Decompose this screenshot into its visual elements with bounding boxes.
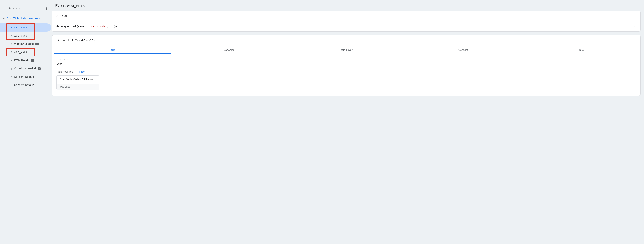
event-number: 5 xyxy=(8,51,12,54)
event-list: 8 web_vitals 7 web_vitals 6 Window Loade… xyxy=(0,23,51,89)
event-label: web_vitals xyxy=(14,51,27,54)
code-suffix: , ...}) xyxy=(107,25,117,28)
api-call-title: API Call xyxy=(56,14,68,18)
event-number: 1 xyxy=(8,84,12,87)
event-label: web_vitals xyxy=(14,26,27,29)
code-string: "web_vitals" xyxy=(90,25,107,28)
event-group-highlight-1: 8 web_vitals 7 web_vitals xyxy=(0,23,51,40)
output-header: Output of GTM-PMZ5VPR ? xyxy=(52,35,640,46)
help-icon[interactable]: ? xyxy=(94,39,98,42)
tab-consent[interactable]: Consent xyxy=(405,46,522,54)
output-card: Output of GTM-PMZ5VPR ? Tags Variables D… xyxy=(52,35,640,96)
event-label: Window Loaded xyxy=(14,42,34,46)
delete-sweep-icon[interactable] xyxy=(45,7,49,11)
event-item[interactable]: 4 DOM Ready xyxy=(0,56,51,65)
event-item[interactable]: 6 Window Loaded xyxy=(0,40,51,48)
event-item[interactable]: 8 web_vitals xyxy=(0,23,51,32)
event-number: 8 xyxy=(8,26,12,29)
event-number: 2 xyxy=(8,76,12,78)
tab-errors[interactable]: Errors xyxy=(522,46,639,54)
event-label: Container Loaded xyxy=(14,67,36,70)
api-call-body[interactable]: dataLayer.push({event: "web_vitals", ...… xyxy=(52,21,640,31)
code-badge-icon xyxy=(38,67,41,70)
event-item[interactable]: 5 web_vitals xyxy=(0,48,51,56)
code-badge-icon xyxy=(36,43,38,45)
chevron-down-icon[interactable] xyxy=(632,25,636,28)
event-number: 4 xyxy=(8,59,12,62)
hide-link[interactable]: Hide xyxy=(80,70,85,73)
event-label: Consent Update xyxy=(14,75,34,78)
event-group-highlight-2: 5 web_vitals xyxy=(0,48,51,56)
code-badge-icon xyxy=(31,59,34,62)
group-title: Core Web Vitals measurem… xyxy=(6,17,43,20)
tags-not-fired-label: Tags Not Fired xyxy=(56,70,73,73)
tag-name: Core Web Vitals - All Pages xyxy=(56,76,99,84)
tag-card[interactable]: Core Web Vitals - All Pages Web Vitals xyxy=(56,76,99,90)
event-number: 6 xyxy=(8,43,12,46)
tab-tags[interactable]: Tags xyxy=(54,46,170,54)
event-title: Event: web_vitals xyxy=(55,4,640,8)
tab-variables[interactable]: Variables xyxy=(170,46,288,54)
event-item[interactable]: 7 web_vitals xyxy=(0,32,51,40)
event-label: DOM Ready xyxy=(14,59,29,62)
event-item[interactable]: 2 Consent Update xyxy=(0,73,51,81)
summary-label: Summary xyxy=(8,7,20,10)
output-tabs: Tags Variables Data Layer Consent Errors xyxy=(52,46,640,54)
code-prefix: dataLayer.push({event: xyxy=(56,25,90,28)
chevron-down-icon xyxy=(3,18,5,19)
api-call-header: API Call xyxy=(52,11,640,21)
event-number: 3 xyxy=(8,67,12,70)
api-call-code: dataLayer.push({event: "web_vitals", ...… xyxy=(56,25,117,28)
output-header-prefix: Output of xyxy=(56,39,69,42)
main: Event: web_vitals API Call dataLayer.pus… xyxy=(51,0,644,103)
sidebar: Summary Core Web Vitals measurem… 8 web_… xyxy=(0,0,51,103)
event-item[interactable]: 1 Consent Default xyxy=(0,81,51,89)
tab-data-layer[interactable]: Data Layer xyxy=(288,46,405,54)
container-id: GTM-PMZ5VPR xyxy=(70,39,93,42)
tags-fired-value: None xyxy=(56,63,636,65)
api-call-card: API Call dataLayer.push({event: "web_vit… xyxy=(52,11,640,32)
output-body: Tags Fired None Tags Not Fired Hide Core… xyxy=(52,54,640,96)
tag-type: Web Vitals xyxy=(56,84,99,90)
event-label: web_vitals xyxy=(14,34,27,37)
event-number: 7 xyxy=(8,34,12,37)
summary-row[interactable]: Summary xyxy=(0,5,51,12)
event-item[interactable]: 3 Container Loaded xyxy=(0,65,51,73)
event-label: Consent Default xyxy=(14,84,34,87)
tags-fired-label: Tags Fired xyxy=(56,58,636,61)
summary-group[interactable]: Core Web Vitals measurem… xyxy=(0,15,51,22)
